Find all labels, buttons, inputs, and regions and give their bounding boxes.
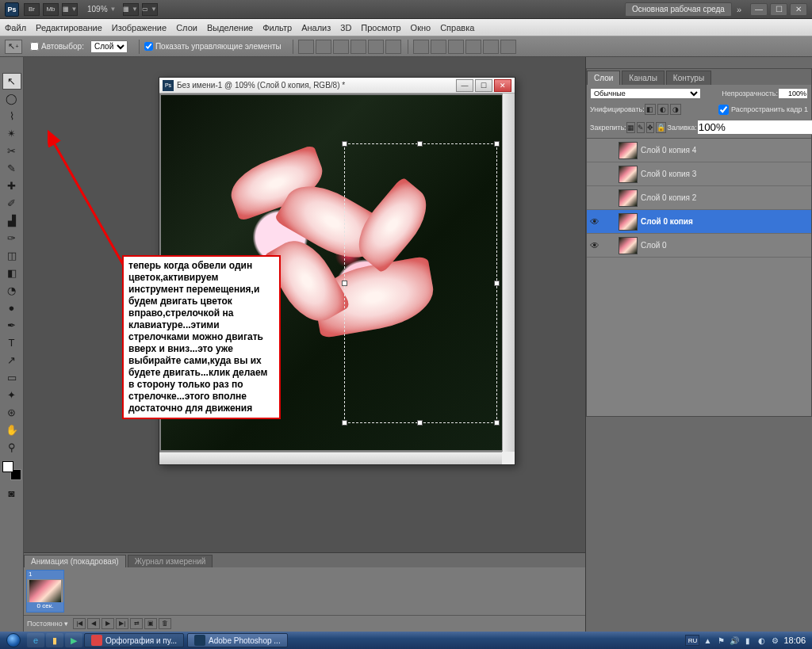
stamp-tool[interactable]: ▟ (2, 212, 21, 229)
wand-tool[interactable]: ✴ (2, 125, 21, 142)
layer-name[interactable]: Слой 0 копия (641, 217, 693, 226)
menu-3d[interactable]: 3D (340, 23, 351, 32)
menu-edit[interactable]: Редактирование (36, 23, 102, 32)
tab-measurement-log[interactable]: Журнал измерений (128, 555, 213, 567)
frame-duration[interactable]: 0 сек. (27, 602, 63, 612)
transform-handle[interactable] (342, 141, 347, 147)
transform-handle[interactable] (494, 141, 500, 147)
lock-position-icon[interactable]: ✥ (646, 122, 654, 133)
lock-transparency-icon[interactable]: ▦ (626, 122, 635, 133)
taskbar-clock[interactable]: 18:06 (783, 636, 806, 645)
next-frame-icon[interactable]: ▶| (116, 618, 128, 629)
align-icon[interactable] (350, 40, 366, 54)
start-button[interactable] (0, 632, 27, 649)
quickmask-tool[interactable]: ◙ (2, 485, 21, 502)
prev-frame-icon[interactable]: ◀ (87, 618, 100, 629)
unify-visibility-icon[interactable]: ◐ (657, 104, 668, 115)
layer-name[interactable]: Слой 0 копия 4 (641, 146, 696, 155)
transform-handle[interactable] (494, 420, 500, 426)
visibility-toggle-icon[interactable]: 👁 (587, 240, 603, 251)
transform-handle[interactable] (417, 141, 423, 147)
blend-mode-select[interactable]: Обычные (590, 88, 701, 99)
taskbar-item[interactable]: Adobe Photoshop ... (187, 633, 288, 647)
tab-layers[interactable]: Слои (587, 71, 620, 85)
eyedropper-tool[interactable]: ✎ (2, 160, 21, 177)
taskbar-media-icon[interactable]: ▶ (65, 633, 82, 647)
crop-tool[interactable]: ✂ (2, 143, 21, 159)
3d-tool[interactable]: ✦ (2, 387, 21, 403)
transform-bounding-box[interactable] (344, 143, 497, 423)
brush-tool[interactable]: ✐ (2, 195, 21, 212)
appbar-icon-mb[interactable]: Mb (43, 3, 59, 16)
align-icon[interactable] (368, 40, 384, 54)
layer-thumbnail[interactable] (619, 213, 638, 231)
pen-tool[interactable]: ✒ (2, 317, 21, 334)
menu-filter[interactable]: Фильтр (262, 23, 292, 32)
animation-frame[interactable]: 1 0 сек. (26, 570, 64, 613)
foreground-color-swatch[interactable] (2, 461, 13, 472)
marquee-tool[interactable]: ◯ (2, 90, 21, 107)
align-icon[interactable] (316, 40, 331, 54)
tween-icon[interactable]: ⇄ (130, 618, 143, 629)
taskbar-explorer-icon[interactable]: ▮ (46, 633, 63, 647)
visibility-toggle-icon[interactable]: 👁 (587, 216, 603, 227)
layer-thumbnail[interactable] (619, 142, 638, 159)
distribute-icon[interactable] (431, 40, 446, 54)
tray-icon[interactable]: ⚙ (769, 635, 780, 646)
layer-row[interactable]: 👁 Слой 0 копия (587, 210, 811, 234)
tray-icon[interactable]: ⚑ (715, 635, 726, 646)
3dcam-tool[interactable]: ⊛ (2, 404, 21, 421)
layer-row[interactable]: Слой 0 копия 2 (587, 186, 811, 210)
appbar-icon-br[interactable]: Br (24, 3, 40, 16)
transform-handle[interactable] (342, 420, 347, 426)
taskbar-item[interactable]: Орфография и пу... (84, 633, 184, 647)
appbar-icon-screen[interactable]: ▭▼ (142, 3, 158, 16)
layer-name[interactable]: Слой 0 копия 2 (641, 193, 696, 202)
doc-close-icon[interactable]: ✕ (494, 79, 511, 92)
document-titlebar[interactable]: Ps Без имени-1 @ 109% (Слой 0 копия, RGB… (159, 78, 515, 94)
transform-handle[interactable] (417, 420, 423, 426)
menu-view[interactable]: Просмотр (361, 23, 400, 32)
layer-row[interactable]: Слой 0 копия 3 (587, 162, 811, 186)
autoselect-checkbox[interactable]: Автовыбор: (30, 42, 84, 51)
distribute-icon[interactable] (500, 40, 516, 54)
align-icon[interactable] (298, 40, 314, 54)
transform-handle[interactable] (342, 281, 347, 286)
tab-channels[interactable]: Каналы (622, 71, 665, 85)
tray-icon[interactable]: ▲ (702, 635, 713, 646)
unify-style-icon[interactable]: ◑ (670, 104, 681, 115)
layer-name[interactable]: Слой 0 копия 3 (641, 170, 696, 178)
menu-select[interactable]: Выделение (207, 23, 253, 32)
heal-tool[interactable]: ✚ (2, 178, 21, 194)
doc-maximize-icon[interactable]: ☐ (475, 79, 492, 92)
tray-volume-icon[interactable]: 🔊 (729, 635, 740, 646)
document-vertical-scrollbar[interactable] (502, 94, 515, 452)
color-swatches[interactable] (2, 461, 21, 480)
layer-name[interactable]: Слой 0 (641, 241, 667, 250)
new-frame-icon[interactable]: ▣ (144, 618, 157, 629)
menu-analysis[interactable]: Анализ (301, 23, 331, 32)
autoselect-target-select[interactable]: Слой (90, 40, 128, 53)
gradient-tool[interactable]: ◧ (2, 265, 21, 281)
workspace-chevrons-icon[interactable]: » (737, 5, 741, 14)
tab-paths[interactable]: Контуры (666, 71, 711, 85)
distribute-icon[interactable] (465, 40, 481, 54)
tab-animation-frames[interactable]: Анимация (покадровая) (24, 555, 126, 567)
layer-thumbnail[interactable] (619, 166, 638, 183)
layer-thumbnail[interactable] (619, 237, 638, 254)
hand-tool[interactable]: ✋ (2, 422, 21, 438)
window-close-icon[interactable]: ✕ (790, 3, 807, 16)
tray-icon[interactable]: ◐ (756, 635, 767, 646)
transform-handle[interactable] (494, 281, 500, 286)
rewind-icon[interactable]: |◀ (73, 618, 86, 629)
workspace-button[interactable]: Основная рабочая среда (625, 2, 732, 17)
align-icon[interactable] (385, 40, 401, 54)
taskbar-ie-icon[interactable]: e (27, 633, 44, 647)
distribute-icon[interactable] (413, 40, 429, 54)
show-controls-checkbox[interactable]: Показать управляющие элементы (144, 42, 282, 51)
doc-minimize-icon[interactable]: — (456, 79, 473, 92)
type-tool[interactable]: T (2, 334, 21, 351)
opacity-input[interactable] (778, 88, 808, 99)
layer-list-empty-area[interactable] (587, 258, 811, 416)
lock-all-icon[interactable]: 🔒 (656, 122, 666, 133)
